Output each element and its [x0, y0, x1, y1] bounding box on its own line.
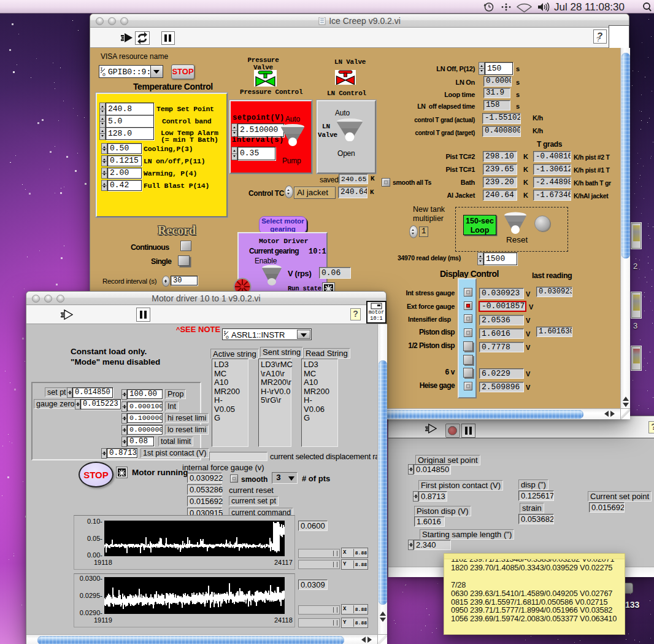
svg-text:O: O: [102, 72, 106, 77]
svg-text:O: O: [226, 335, 229, 339]
